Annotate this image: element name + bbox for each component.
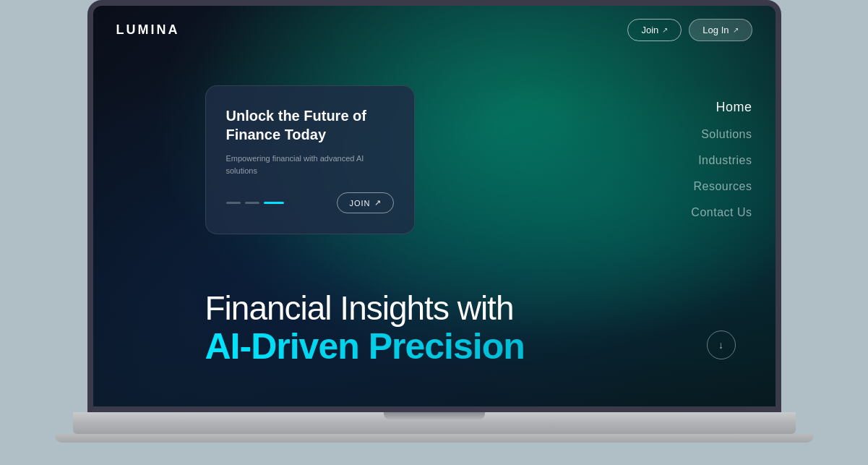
hero-line2: AI-Driven Precision — [205, 327, 525, 367]
dot-3-active — [264, 202, 284, 204]
login-button[interactable]: Log In ↗ — [689, 19, 752, 41]
login-arrow-icon: ↗ — [733, 26, 739, 34]
join-button[interactable]: Join ↗ — [627, 19, 682, 41]
card-subtitle: Empowering financial with advanced AI so… — [226, 153, 394, 176]
header-buttons: Join ↗ Log In ↗ — [627, 19, 752, 41]
card-join-label: JOIN — [349, 199, 370, 208]
nav-item-solutions[interactable]: Solutions — [701, 128, 752, 141]
join-label: Join — [641, 25, 658, 35]
nav-menu: Home Solutions Industries Resources Cont… — [691, 100, 752, 219]
logo: LUMINA — [116, 22, 180, 38]
card-footer: JOIN ↗ — [226, 192, 394, 213]
laptop-base — [73, 412, 796, 434]
nav-item-home[interactable]: Home — [716, 100, 752, 115]
nav-item-resources[interactable]: Resources — [694, 180, 752, 193]
login-label: Log In — [702, 25, 729, 35]
nav-item-industries[interactable]: Industries — [698, 154, 752, 167]
dot-1 — [226, 202, 241, 204]
hero-line1: Financial Insights with — [205, 290, 525, 327]
laptop-wrapper: LUMINA Join ↗ Log In ↗ Home Solutions In… — [37, 0, 832, 465]
scroll-down-button[interactable]: ↓ — [707, 330, 736, 359]
card-dots — [226, 202, 284, 204]
hero-text: Financial Insights with AI-Driven Precis… — [205, 290, 525, 367]
dot-2 — [245, 202, 259, 204]
scroll-down-icon: ↓ — [718, 339, 723, 351]
card-join-arrow-icon: ↗ — [374, 198, 382, 208]
join-arrow-icon: ↗ — [662, 26, 668, 34]
hero-card: Unlock the Future of Finance Today Empow… — [205, 85, 415, 234]
laptop-feet — [55, 434, 814, 443]
nav-item-contact[interactable]: Contact Us — [691, 206, 752, 219]
screen-content: LUMINA Join ↗ Log In ↗ Home Solutions In… — [93, 6, 775, 406]
card-join-button[interactable]: JOIN ↗ — [337, 192, 393, 213]
card-title: Unlock the Future of Finance Today — [226, 106, 394, 144]
header: LUMINA Join ↗ Log In ↗ — [93, 6, 775, 54]
laptop-screen: LUMINA Join ↗ Log In ↗ Home Solutions In… — [87, 0, 781, 412]
laptop-notch — [384, 412, 485, 419]
